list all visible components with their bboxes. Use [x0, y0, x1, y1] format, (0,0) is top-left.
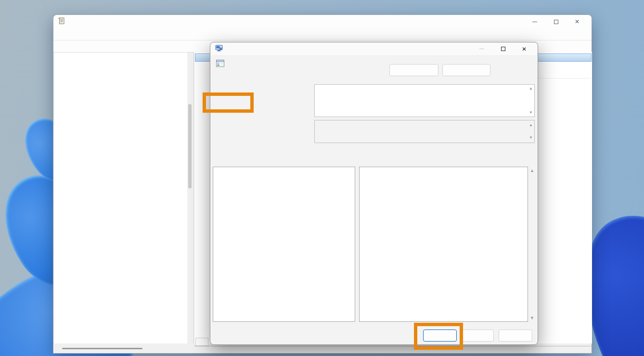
apply-button[interactable] — [499, 330, 532, 342]
supported-on-field: ▲ ▼ — [314, 120, 535, 143]
comment-textarea[interactable]: ▲ ▼ — [314, 84, 535, 117]
options-area — [213, 167, 355, 322]
scroll-up-icon[interactable]: ▲ — [529, 123, 533, 127]
tree-horizontal-scrollbar[interactable] — [62, 348, 142, 349]
pane-divider[interactable] — [193, 53, 194, 343]
close-button[interactable]: ✕ — [567, 15, 588, 28]
gpedit-app-icon — [58, 17, 65, 26]
bottom-tab-strip — [194, 346, 592, 353]
window-titlebar[interactable]: ✕ — [53, 15, 592, 28]
annotation-highlight-ok — [414, 323, 463, 350]
minimize-button[interactable] — [524, 15, 545, 28]
scroll-down-icon[interactable]: ▼ — [530, 316, 534, 320]
scroll-up-icon[interactable]: ▲ — [530, 168, 534, 173]
console-tree-panel — [54, 53, 187, 343]
next-setting-button[interactable] — [442, 64, 490, 76]
cancel-button[interactable] — [460, 330, 494, 342]
policy-setting-dialog: ✕ ▲ ▼ ▲ ▼ ▲ ▼ — [210, 42, 538, 345]
menu-bar — [53, 28, 592, 40]
dialog-close-button[interactable]: ✕ — [514, 43, 535, 55]
comment-column-header[interactable] — [537, 68, 591, 79]
tree-vertical-scrollbar[interactable] — [188, 104, 192, 188]
annotation-highlight-enabled — [203, 92, 254, 113]
setting-name-row — [216, 60, 228, 68]
scroll-down-icon[interactable]: ▼ — [529, 111, 533, 115]
previous-setting-button[interactable] — [389, 64, 438, 76]
dialog-maximize-button[interactable] — [492, 43, 514, 55]
policy-dialog-icon — [215, 45, 223, 53]
scrollbar-corner — [195, 338, 208, 346]
help-text-area — [359, 167, 528, 322]
dialog-minimize-button[interactable] — [471, 43, 492, 55]
desktop-wallpaper: ✕ ✕ — [0, 0, 644, 356]
maximize-button[interactable] — [545, 15, 567, 28]
scroll-up-icon[interactable]: ▲ — [529, 87, 533, 91]
dialog-titlebar[interactable]: ✕ — [210, 42, 538, 56]
scroll-down-icon[interactable]: ▼ — [529, 136, 533, 140]
policy-setting-icon — [216, 60, 224, 68]
